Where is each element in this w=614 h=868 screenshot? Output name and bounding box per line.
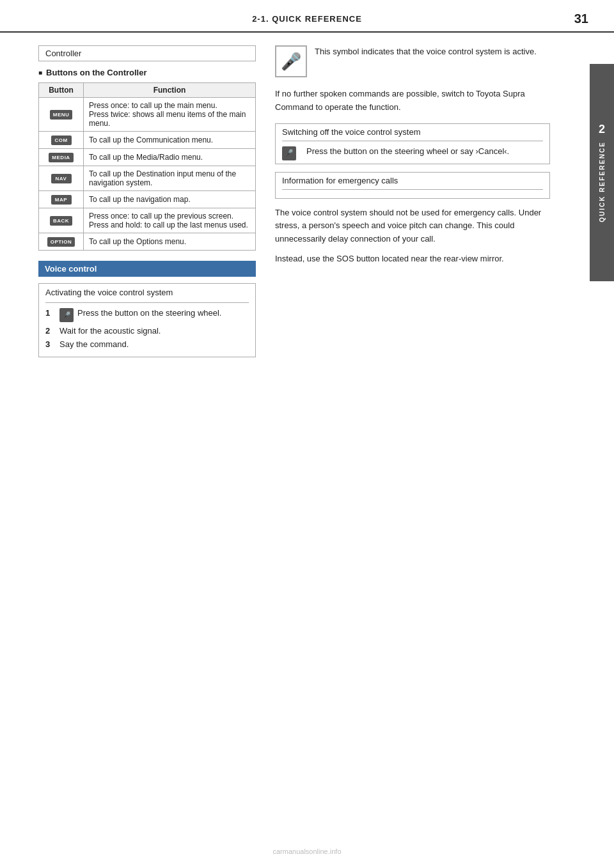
right-column: 🎤 This symbol indicates that the voice c… <box>275 45 576 365</box>
chapter-title: 2-1. QUICK REFERENCE <box>51 14 563 24</box>
buttons-heading: Buttons on the Controller <box>38 68 256 77</box>
btn-label: MENU <box>50 110 73 120</box>
voice-active-symbol: 🎤 <box>275 45 307 77</box>
controller-table: Button Function MENUPress once: to call … <box>38 82 256 251</box>
btn-cell: BACK <box>39 208 84 233</box>
step-item: 2Wait for the acoustic signal. <box>45 326 249 336</box>
microphone-icon: 🎤 <box>281 52 301 72</box>
controller-label: Controller <box>38 45 256 61</box>
main-content: Controller Buttons on the Controller But… <box>0 33 614 378</box>
function-cell: To call up the navigation map. <box>84 191 256 208</box>
btn-cell: MAP <box>39 191 84 208</box>
voice-symbol-text: This symbol indicates that the voice con… <box>315 45 537 58</box>
emergency-paragraph2: Instead, use the SOS button located near… <box>275 252 550 266</box>
function-cell: To call up the Media/Radio menu. <box>84 149 256 166</box>
table-row: MENUPress once: to call up the main menu… <box>39 98 256 132</box>
step-mic-icon: 🎤 <box>59 308 74 322</box>
step-number: 2 <box>45 326 54 336</box>
page-header: 2-1. QUICK REFERENCE 31 <box>0 0 614 33</box>
voice-symbol-box: 🎤 This symbol indicates that the voice c… <box>275 45 550 77</box>
btn-label: COM <box>51 136 72 145</box>
btn-label: MAP <box>51 195 72 205</box>
switch-mic-icon: 🎤 <box>282 146 296 160</box>
activate-box: Activating the voice control system 1🎤Pr… <box>38 283 256 357</box>
step-item: 1🎤Press the button on the steering wheel… <box>45 308 249 322</box>
table-row: NAVTo call up the Destination input menu… <box>39 166 256 191</box>
switch-off-title: Switching off the voice control system <box>282 127 543 137</box>
btn-cell: MENU <box>39 98 84 132</box>
voice-control-header: Voice control <box>38 261 256 277</box>
btn-label: BACK <box>50 216 72 226</box>
switch-off-instruction: Press the button on the steering wheel o… <box>306 146 509 156</box>
table-row: BACKPress once: to call up the previous … <box>39 208 256 233</box>
table-row: COMTo call up the Communication menu. <box>39 132 256 149</box>
btn-cell: NAV <box>39 166 84 191</box>
function-cell: To call up the Options menu. <box>84 233 256 251</box>
buttons-heading-text: Buttons on the Controller <box>46 68 146 77</box>
btn-label: NAV <box>51 174 72 183</box>
function-cell: Press once: to call up the main menu.Pre… <box>84 98 256 132</box>
function-cell: To call up the Communication menu. <box>84 132 256 149</box>
watermark: carmanualsonline.info <box>272 848 341 855</box>
step-text: Say the command. <box>59 339 129 349</box>
sidebar-chapter-text: QUICK REFERENCE <box>599 141 606 222</box>
table-row: MEDIATo call up the Media/Radio menu. <box>39 149 256 166</box>
sidebar-chapter-number: 2 <box>599 123 605 136</box>
controller-label-text: Controller <box>45 49 81 58</box>
col-function: Function <box>84 83 256 98</box>
step-number: 1 <box>45 308 54 318</box>
emergency-box: Information for emergency calls <box>275 172 550 199</box>
switch-off-box: Switching off the voice control system 🎤… <box>275 123 550 164</box>
emergency-title: Information for emergency calls <box>282 176 543 185</box>
page-footer: carmanualsonline.info <box>0 848 614 855</box>
btn-label: MEDIA <box>49 153 73 162</box>
switch-off-inner: 🎤 Press the button on the steering wheel… <box>282 146 543 160</box>
btn-cell: COM <box>39 132 84 149</box>
sidebar: 2 QUICK REFERENCE <box>590 64 614 281</box>
voice-control-label: Voice control <box>45 264 97 274</box>
page-number: 31 <box>563 12 588 26</box>
emergency-paragraph1: The voice control system should not be u… <box>275 206 550 246</box>
step-item: 3Say the command. <box>45 339 249 349</box>
step-number: 3 <box>45 339 54 349</box>
paragraph1: If no further spoken commands are possib… <box>275 88 550 114</box>
step-text: Press the button on the steering wheel. <box>77 308 221 318</box>
table-row: MAPTo call up the navigation map. <box>39 191 256 208</box>
btn-cell: MEDIA <box>39 149 84 166</box>
table-row: OPTIONTo call up the Options menu. <box>39 233 256 251</box>
btn-label: OPTION <box>47 237 75 247</box>
step-text: Wait for the acoustic signal. <box>59 326 161 336</box>
activate-title: Activating the voice control system <box>45 288 249 297</box>
btn-cell: OPTION <box>39 233 84 251</box>
function-cell: Press once: to call up the previous scre… <box>84 208 256 233</box>
function-cell: To call up the Destination input menu of… <box>84 166 256 191</box>
page-container: 2-1. QUICK REFERENCE 31 2 QUICK REFERENC… <box>0 0 614 868</box>
left-column: Controller Buttons on the Controller But… <box>38 45 256 365</box>
col-button: Button <box>39 83 84 98</box>
